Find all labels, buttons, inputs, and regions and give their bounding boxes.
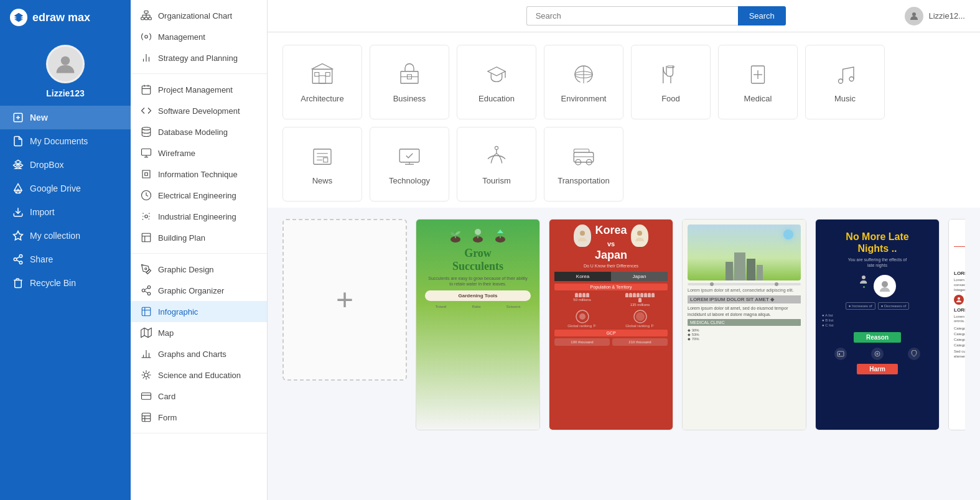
top-bar: Search Lizzie12... (268, 0, 980, 32)
gallery-card-add[interactable]: + (282, 219, 407, 381)
svg-point-6 (19, 255, 22, 258)
category-label-music: Music (834, 94, 856, 103)
svg-marker-5 (14, 231, 23, 240)
nav-username: Lizzie12... (928, 11, 965, 21)
category-grid: Architecture Business Educa (282, 45, 965, 201)
svg-point-96 (862, 275, 866, 279)
middle-item-card-label: Card (158, 392, 175, 401)
gallery-card-succulents[interactable]: GrowSucculents Succulents are easy to gr… (416, 219, 540, 430)
middle-item-card[interactable]: Card (131, 386, 267, 407)
sidebar-item-my-documents[interactable]: My Documents (0, 129, 131, 153)
category-card-environment[interactable]: Environment (544, 45, 623, 119)
middle-item-db-modeling[interactable]: Database Modeling (131, 121, 267, 142)
svg-rect-98 (838, 351, 844, 356)
middle-item-elec-eng[interactable]: Electrical Engineering (131, 185, 267, 206)
middle-item-project-mgmt-label: Project Management (158, 85, 233, 95)
svg-point-95 (636, 312, 645, 321)
sidebar-item-new[interactable]: New (0, 106, 131, 129)
middle-item-software-dev[interactable]: Software Development (131, 100, 267, 121)
gallery-card-korea-japan[interactable]: KoreavsJapan Do U Know their Differences… (549, 219, 673, 430)
svg-point-88 (475, 229, 481, 235)
search-button[interactable]: Search (738, 6, 786, 25)
middle-item-building-plan[interactable]: Building Plan (131, 227, 267, 248)
svg-point-93 (579, 313, 586, 320)
middle-item-management[interactable]: Management (131, 26, 267, 47)
middle-item-org-chart[interactable]: Organizational Chart (131, 5, 267, 26)
gallery-grid: + GrowSucculents Succulents are easy to … (282, 219, 965, 430)
middle-item-graphic-design-label: Graphic Design (158, 265, 214, 274)
gallery-card-no-more-late-nights[interactable]: No More LateNights .. You are suffering … (815, 219, 940, 430)
middle-item-form[interactable]: Form (131, 407, 267, 428)
svg-rect-56 (319, 75, 326, 83)
category-card-education[interactable]: Education (457, 45, 536, 119)
svg-rect-11 (144, 11, 148, 14)
sidebar-item-share[interactable]: Share (0, 248, 131, 271)
svg-rect-82 (574, 152, 594, 162)
middle-item-project-mgmt[interactable]: Project Management (131, 79, 267, 100)
search-area: Search (526, 6, 786, 25)
svg-rect-57 (315, 72, 319, 76)
sidebar-item-dropbox[interactable]: DropBox (0, 153, 131, 177)
svg-rect-58 (325, 72, 330, 76)
svg-point-28 (142, 127, 151, 131)
sidebar-item-new-label: New (30, 113, 48, 123)
svg-point-36 (147, 286, 151, 289)
category-card-food[interactable]: Food (631, 45, 711, 119)
app-name: edraw max (32, 11, 90, 24)
middle-item-infographic-label: Infographic (158, 307, 198, 317)
category-label-medical: Medical (744, 94, 772, 103)
middle-section-1: Organizational Chart Management Strategy… (131, 0, 267, 74)
svg-point-38 (147, 292, 151, 295)
middle-item-graphic-organizer[interactable]: Graphic Organizer (131, 280, 267, 301)
middle-item-graphic-design[interactable]: Graphic Design (131, 259, 267, 280)
middle-item-strategy[interactable]: Strategy and Planning (131, 47, 267, 68)
middle-item-db-modeling-label: Database Modeling (158, 127, 228, 137)
sidebar-item-recycle-bin[interactable]: Recycle Bin (0, 271, 131, 295)
middle-item-map[interactable]: Map (131, 322, 267, 343)
middle-item-graphs-charts[interactable]: Graphs and Charts (131, 343, 267, 364)
category-label-food: Food (661, 94, 680, 103)
svg-point-20 (145, 35, 148, 39)
gallery-card-infographics-lorem[interactable]: INFOGRAPHICSLOREM IPSUM LOREM IPSUM DOLO… (948, 219, 965, 430)
svg-line-10 (16, 257, 19, 259)
middle-item-infographic[interactable]: Infographic (131, 301, 267, 322)
add-icon: + (336, 285, 353, 315)
category-card-business[interactable]: Business (370, 45, 449, 119)
svg-point-0 (61, 56, 70, 65)
middle-item-wireframe[interactable]: Wireframe (131, 142, 267, 164)
gallery-card-city[interactable]: Lorem ipsum dolor sit amet, consectetur … (682, 219, 806, 430)
category-card-news[interactable]: News (282, 127, 362, 201)
middle-item-info-tech-label: Information Technique (158, 170, 238, 179)
svg-rect-39 (142, 307, 151, 316)
svg-rect-50 (142, 413, 151, 422)
category-card-music[interactable]: Music (805, 45, 885, 119)
middle-item-info-tech[interactable]: Information Technique (131, 164, 267, 185)
middle-item-sci-edu[interactable]: Science and Education (131, 364, 267, 386)
category-card-tourism[interactable]: Tourism (457, 127, 536, 201)
middle-item-wireframe-label: Wireframe (158, 149, 195, 158)
category-card-technology[interactable]: Technology (370, 127, 449, 201)
user-area: Lizzie12... (905, 7, 965, 25)
svg-point-91 (637, 231, 642, 236)
svg-line-9 (16, 260, 19, 262)
svg-point-54 (912, 12, 916, 16)
sidebar-item-my-collection[interactable]: My collection (0, 224, 131, 248)
middle-item-ind-eng[interactable]: Industrial Engineering (131, 206, 267, 227)
middle-item-graphic-organizer-label: Graphic Organizer (158, 286, 224, 295)
sidebar-item-google-drive[interactable]: Google Drive (0, 177, 131, 200)
category-card-transportation[interactable]: Transportation (544, 127, 623, 201)
sidebar-item-google-drive-label: Google Drive (30, 183, 81, 193)
category-label-news: News (312, 176, 333, 185)
category-card-medical[interactable]: Medical (718, 45, 798, 119)
username: Lizzie123 (46, 88, 84, 98)
search-input[interactable] (526, 6, 738, 25)
sidebar-item-my-documents-label: My Documents (30, 136, 88, 146)
svg-point-37 (142, 289, 145, 292)
sidebar-item-recycle-bin-label: Recycle Bin (30, 278, 76, 288)
middle-item-ind-eng-label: Industrial Engineering (158, 212, 236, 221)
svg-point-103 (958, 297, 960, 300)
category-card-architecture[interactable]: Architecture (282, 45, 362, 119)
svg-marker-40 (141, 328, 152, 338)
sidebar-item-import[interactable]: Import (0, 200, 131, 224)
svg-rect-24 (142, 86, 151, 95)
